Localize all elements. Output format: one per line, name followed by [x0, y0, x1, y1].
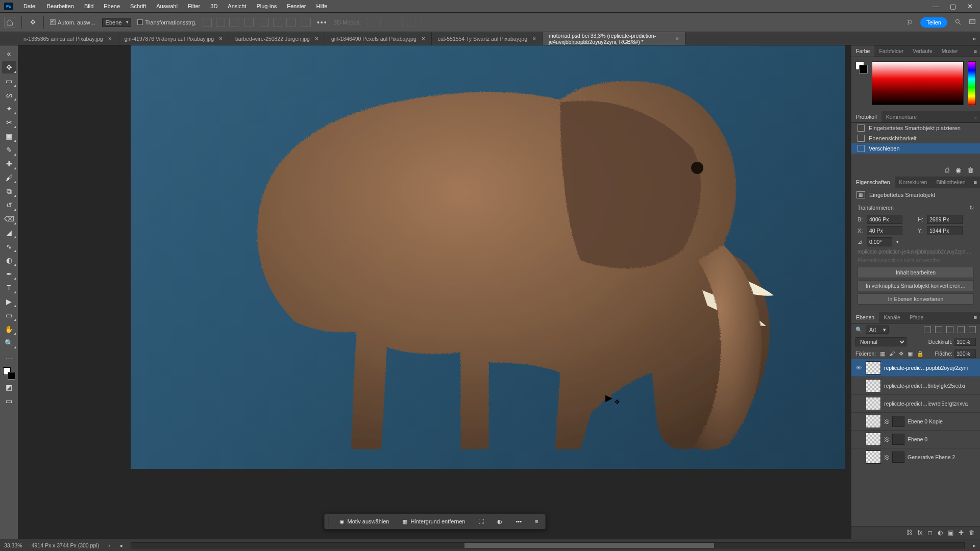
document-tab[interactable]: n-1335365 annca auf Pixabay.jpg×: [17, 32, 118, 45]
frame-tool[interactable]: ▣: [2, 130, 16, 142]
hue-slider[interactable]: [968, 61, 976, 105]
align-left-icon[interactable]: [203, 18, 212, 27]
properties-button[interactable]: ≡: [532, 517, 541, 526]
history-item[interactable]: Verschieben: [851, 143, 980, 154]
layer-mask-icon[interactable]: ◻: [927, 529, 933, 536]
color-spectrum[interactable]: [872, 61, 964, 105]
layer-thumbnail[interactable]: [866, 450, 881, 464]
convert-linked-button[interactable]: In verknüpftes Smartobjekt konvertieren…: [857, 280, 974, 291]
mask-thumbnail[interactable]: [892, 452, 904, 463]
close-tab-icon[interactable]: ×: [422, 35, 425, 42]
rotation-preset-icon[interactable]: ▾: [896, 239, 899, 244]
document-tab[interactable]: motorrad.psd bei 33,3% (replicate-predic…: [543, 32, 685, 45]
layer-name[interactable]: Ebene 0: [908, 436, 927, 442]
document-canvas[interactable]: ▶✥: [131, 45, 845, 469]
panel-menu-icon[interactable]: ≡: [971, 48, 980, 54]
filter-shape-icon[interactable]: [958, 326, 965, 333]
screen-mode-icon[interactable]: ▭: [2, 395, 16, 407]
eyedropper-tool[interactable]: ✎: [2, 144, 16, 156]
path-select-tool[interactable]: ▶: [2, 295, 16, 308]
align-bottom-icon[interactable]: [286, 18, 296, 27]
panel-menu-icon[interactable]: ≡: [971, 114, 980, 120]
select-subject-button[interactable]: ◉ Motiv auswählen: [336, 517, 393, 527]
align-center-v-icon[interactable]: [273, 18, 282, 27]
lock-all-icon[interactable]: 🔒: [917, 350, 924, 357]
visibility-toggle[interactable]: 👁: [854, 365, 863, 371]
filter-search-icon[interactable]: 🔍: [855, 326, 863, 333]
menu-auswahl[interactable]: Auswahl: [151, 3, 183, 9]
transform-button[interactable]: ⛶: [475, 517, 487, 526]
search-icon[interactable]: [954, 18, 962, 27]
close-tab-icon[interactable]: ×: [532, 35, 536, 42]
menu-bild[interactable]: Bild: [79, 3, 99, 9]
gradient-tool[interactable]: ◢: [2, 227, 16, 239]
more-button[interactable]: •••: [512, 517, 525, 526]
align-center-h-icon[interactable]: [216, 18, 225, 27]
status-chevron[interactable]: ›: [108, 542, 110, 548]
lasso-tool[interactable]: ᔕ: [2, 89, 16, 101]
tab-adjustments[interactable]: Korrekturen: [895, 177, 932, 188]
mini-swatches[interactable]: [855, 61, 868, 73]
panel-menu-icon[interactable]: ≡: [971, 179, 980, 185]
share-button[interactable]: Teilen: [920, 17, 947, 28]
workspace-icon[interactable]: [969, 18, 976, 27]
new-layer-icon[interactable]: ✚: [959, 529, 964, 536]
tab-patterns[interactable]: Muster: [937, 45, 963, 57]
close-tab-icon[interactable]: ×: [315, 35, 318, 42]
menu-bearbeiten[interactable]: Bearbeiten: [42, 3, 79, 9]
hand-tool[interactable]: ✋: [2, 323, 16, 335]
minimize-button[interactable]: ―: [932, 3, 939, 10]
history-brush-tool[interactable]: ↺: [2, 199, 16, 211]
layer-name[interactable]: replicate-predic…popbb2oyuy2zyni: [884, 365, 968, 371]
crop-tool[interactable]: ✂: [2, 116, 16, 129]
remove-background-button[interactable]: ▦ Hintergrund entfernen: [399, 517, 468, 527]
document-tab[interactable]: cat-551554 Ty Swartz auf Pixabay.jpg×: [432, 32, 543, 45]
opacity-input[interactable]: [954, 338, 976, 346]
close-tab-icon[interactable]: ×: [219, 35, 223, 42]
height-input[interactable]: [927, 215, 963, 224]
lock-artboard-icon[interactable]: ▣: [908, 350, 913, 357]
layer-style-icon[interactable]: fx: [918, 529, 922, 536]
layer-row[interactable]: ⛓Ebene 0 Kopie: [851, 413, 980, 431]
pen-tool[interactable]: ✒: [2, 268, 16, 280]
fill-input[interactable]: [954, 349, 976, 358]
menu-filter[interactable]: Filter: [183, 3, 205, 9]
doc-dimensions[interactable]: 4914 Px x 3744 Px (300 ppi): [32, 542, 100, 548]
dodge-tool[interactable]: ◐: [2, 254, 16, 266]
delete-layer-icon[interactable]: 🗑: [969, 529, 975, 536]
link-mask-icon[interactable]: ⛓: [884, 437, 889, 442]
invite-icon[interactable]: ⚐: [906, 18, 913, 27]
eraser-tool[interactable]: ⌫: [2, 213, 16, 225]
layer-thumbnail[interactable]: [866, 433, 881, 446]
filter-kind-select[interactable]: Art: [866, 325, 889, 334]
filter-type-icon[interactable]: [946, 326, 953, 333]
menu-ansicht[interactable]: Ansicht: [223, 3, 251, 9]
tab-libraries[interactable]: Bibliotheken: [932, 177, 970, 188]
quick-mask-icon[interactable]: ◩: [2, 381, 16, 393]
color-swatches[interactable]: [3, 367, 15, 380]
layer-thumbnail[interactable]: [866, 379, 881, 392]
menu-hilfe[interactable]: Hilfe: [311, 3, 332, 9]
adjustment-layer-icon[interactable]: ◐: [938, 529, 943, 536]
link-mask-icon[interactable]: ⛓: [884, 419, 889, 424]
lock-pixels-icon[interactable]: 🖌: [889, 350, 895, 357]
rotation-input[interactable]: [867, 237, 892, 246]
reset-transform-icon[interactable]: ↻: [969, 205, 974, 211]
x-input[interactable]: [867, 226, 902, 235]
convert-layers-button[interactable]: In Ebenen konvertieren: [857, 293, 974, 305]
tab-comments[interactable]: Kommentare: [881, 111, 921, 122]
move-tool-icon[interactable]: ✥: [28, 18, 37, 27]
layer-row[interactable]: ⛓Generative Ebene 2: [851, 448, 980, 466]
tab-swatches[interactable]: Farbfelder: [874, 45, 908, 57]
history-item[interactable]: Ebenensichtbarkeit: [851, 133, 980, 143]
horizontal-scrollbar[interactable]: ◂▸: [119, 542, 976, 548]
auto-select-checkbox[interactable]: Autom. ausw…: [50, 19, 96, 26]
tab-history[interactable]: Protokoll: [851, 111, 881, 122]
y-input[interactable]: [927, 226, 963, 235]
tab-gradients[interactable]: Verläufe: [908, 45, 937, 57]
layer-thumbnail[interactable]: [866, 361, 881, 374]
history-snapshot-icon[interactable]: ◉: [955, 166, 961, 174]
filter-pixel-icon[interactable]: [924, 326, 931, 333]
close-tab-icon[interactable]: ×: [675, 35, 679, 42]
edit-toolbar-icon[interactable]: …: [2, 350, 16, 363]
